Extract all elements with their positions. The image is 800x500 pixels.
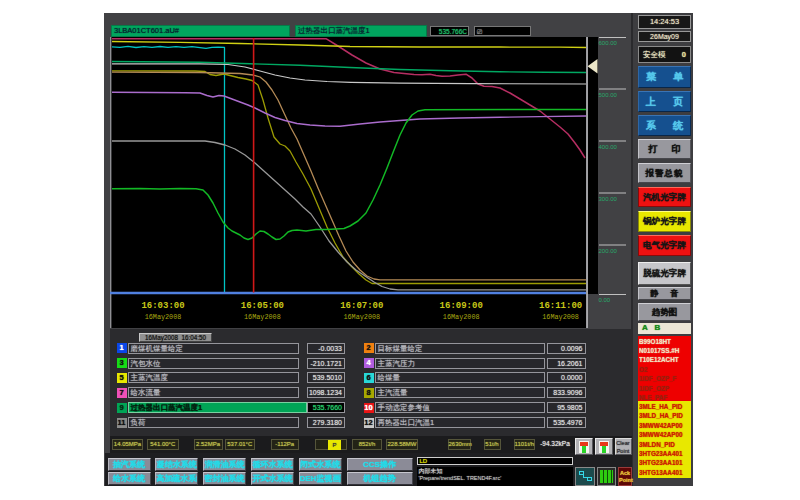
svg-text:600.00: 600.00: [599, 40, 618, 46]
svg-text:16May2008: 16May2008: [443, 313, 480, 321]
svg-text:16May2008: 16May2008: [343, 313, 380, 321]
svg-text:16:07:00: 16:07:00: [340, 301, 383, 311]
svg-text:16May2008: 16May2008: [145, 313, 182, 321]
svg-text:400.00: 400.00: [599, 144, 618, 150]
svg-text:16:09:00: 16:09:00: [440, 301, 483, 311]
svg-text:16:05:00: 16:05:00: [241, 301, 284, 311]
svg-text:0.00: 0.00: [599, 297, 611, 303]
svg-text:16:11:00: 16:11:00: [539, 301, 582, 311]
svg-text:200.00: 200.00: [599, 248, 618, 254]
svg-text:16May2008: 16May2008: [244, 313, 281, 321]
svg-text:500.00: 500.00: [599, 92, 618, 98]
svg-text:300.00: 300.00: [599, 196, 618, 202]
svg-text:16:03:00: 16:03:00: [141, 301, 184, 311]
svg-text:16May2008: 16May2008: [542, 313, 579, 321]
